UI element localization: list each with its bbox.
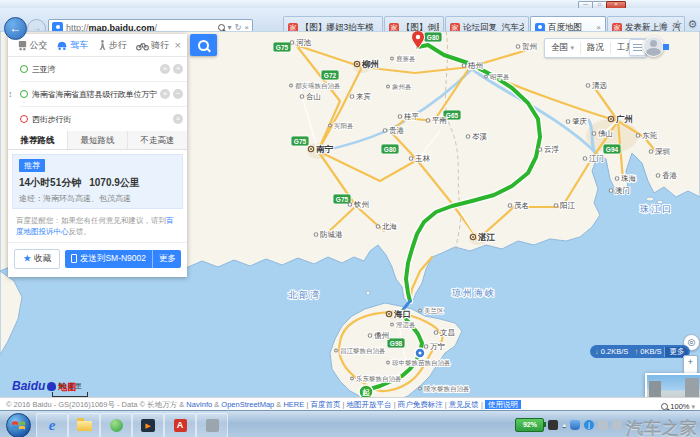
- network-speed-overlay[interactable]: ↓ 0.2KB/S ↑ 0KB/S 更多: [590, 345, 690, 358]
- svg-text:广州: 广州: [615, 114, 633, 124]
- highway-shield: G98: [387, 338, 405, 348]
- clear-stop-icon[interactable]: ×: [160, 64, 170, 74]
- svg-text:贺州: 贺州: [522, 42, 537, 51]
- svg-text:美兰区: 美兰区: [424, 307, 444, 314]
- stop-row-destination[interactable]: 西街步行街 ×: [20, 107, 187, 131]
- svg-text:东莞: 东莞: [642, 131, 658, 140]
- taskbar-player-button[interactable]: ▶: [132, 413, 164, 437]
- settings-gear-icon[interactable]: ⚙: [688, 18, 698, 31]
- svg-text:G75: G75: [336, 196, 349, 203]
- highway-shield: G75: [273, 42, 291, 52]
- send-to-phone-button[interactable]: 发送到SM-N9002: [65, 250, 152, 268]
- svg-text:陵水黎族自治县: 陵水黎族自治县: [424, 385, 470, 393]
- feedback-link[interactable]: 意见反馈: [449, 400, 479, 409]
- svg-text:香港: 香港: [662, 171, 678, 180]
- add-stop-icon[interactable]: +: [173, 64, 183, 74]
- svg-text:阳江: 阳江: [560, 201, 576, 210]
- highway-shield: G80: [381, 144, 399, 154]
- security-shield-icon[interactable]: [570, 420, 580, 430]
- svg-text:桂平: 桂平: [403, 112, 420, 121]
- battery-indicator[interactable]: 92%: [515, 418, 544, 432]
- mode-cycling[interactable]: 骑行: [132, 39, 172, 52]
- via-dot-icon: [20, 90, 28, 98]
- phone-icon: [71, 254, 77, 263]
- route-panel: 公交 驾车 步行 骑行 × ↕: [8, 34, 187, 277]
- free-marking-link[interactable]: 商户免费标注: [398, 400, 443, 409]
- map-place-label: 陵水黎族自治县: [419, 385, 470, 393]
- clear-stop-icon[interactable]: ×: [173, 114, 183, 124]
- stop-row-via[interactable]: 海南省海南省直辖县级行政单位万宁 × −: [20, 82, 187, 107]
- svg-text:柳州: 柳州: [361, 59, 379, 69]
- taskbar-app-green-button[interactable]: [100, 413, 132, 437]
- map-place-label: 乐东黎族自治县: [351, 375, 402, 383]
- page-footer: © 2016 Baidu - GS(2016)1069号 - Data © 长地…: [0, 397, 700, 411]
- tab-recommended-route[interactable]: 推荐路线: [8, 131, 67, 149]
- mode-walking[interactable]: 步行: [92, 39, 132, 52]
- region-selector[interactable]: 全国 ▾: [545, 42, 580, 54]
- route-result-card[interactable]: 推荐 14小时51分钟1070.9公里 途经：海南环岛高速、包茂高速: [12, 154, 183, 209]
- here-link[interactable]: HERE: [283, 400, 304, 409]
- mode-transit[interactable]: 公交: [12, 39, 52, 52]
- show-hidden-icons-arrow[interactable]: ▴: [562, 421, 566, 429]
- search-icon: [198, 40, 209, 51]
- svg-text:宾阳县: 宾阳县: [334, 122, 354, 130]
- taskbar-app-gray-button[interactable]: [196, 413, 228, 437]
- svg-text:玉林: 玉林: [415, 154, 431, 163]
- svg-text:文昌: 文昌: [440, 328, 455, 337]
- tab-no-highway[interactable]: 不走高速: [127, 131, 187, 149]
- taskbar-explorer-button[interactable]: [68, 413, 100, 437]
- walk-icon: [98, 40, 107, 51]
- stop-row-start[interactable]: 三亚湾 × +: [20, 57, 187, 82]
- navinfo-link[interactable]: NavInfo: [186, 400, 212, 409]
- svg-text:G80: G80: [384, 146, 397, 153]
- windows-flag-icon: [11, 418, 26, 433]
- svg-text:珠海: 珠海: [621, 174, 637, 183]
- osm-link[interactable]: OpenStreetMap: [221, 400, 274, 409]
- panel-close-icon[interactable]: ×: [173, 39, 183, 51]
- windows-taskbar: e ▶ A 92% ▴ j 汽车之家: [0, 410, 700, 437]
- tab-shortest-route[interactable]: 最短路线: [67, 131, 127, 149]
- svg-text:北海: 北海: [382, 222, 398, 231]
- tray-gray-icon[interactable]: [612, 420, 622, 430]
- svg-text:G72: G72: [324, 72, 337, 79]
- svg-text:G80: G80: [427, 34, 440, 41]
- destination-dot-icon: [20, 115, 28, 123]
- via-point-marker[interactable]: [415, 348, 425, 358]
- traffic-toggle[interactable]: 路况: [580, 42, 610, 54]
- baidu-home-link[interactable]: 百度首页: [310, 400, 340, 409]
- svg-text:南宁: 南宁: [316, 144, 334, 154]
- system-tray: 92% ▴ j: [515, 411, 700, 437]
- red-app-icon: A: [174, 419, 187, 432]
- back-button[interactable]: ←: [4, 17, 27, 40]
- swap-stops-icon[interactable]: ↕: [8, 89, 13, 99]
- user-avatar[interactable]: [643, 36, 664, 57]
- start-button[interactable]: [6, 413, 31, 437]
- tray-dark-icon[interactable]: [548, 420, 558, 430]
- favorites-icon[interactable]: ☆: [673, 18, 683, 31]
- favorite-button[interactable]: ★ 收藏: [14, 249, 60, 269]
- clear-stop-icon[interactable]: ×: [160, 89, 170, 99]
- search-button[interactable]: [190, 34, 217, 56]
- tray-blue-icon[interactable]: j: [584, 420, 594, 430]
- remove-stop-icon[interactable]: −: [173, 89, 183, 99]
- taskbar-app-red-button[interactable]: A: [164, 413, 196, 437]
- svg-text:河池: 河池: [296, 38, 312, 47]
- taskbar-ie-button[interactable]: e: [36, 413, 68, 437]
- home-icon[interactable]: ⌂: [661, 18, 668, 31]
- svg-text:湛江: 湛江: [477, 232, 496, 242]
- svg-text:澳门: 澳门: [615, 186, 630, 195]
- svg-text:万宁: 万宁: [430, 342, 446, 351]
- svg-text:昌江黎族自治县: 昌江黎族自治县: [340, 347, 386, 355]
- tray-gray-icon[interactable]: [598, 420, 608, 430]
- open-platform-link[interactable]: 地图开放平台: [347, 400, 392, 409]
- search-icon[interactable]: [218, 24, 225, 31]
- route-via: 途经：海南环岛高速、包茂高速: [19, 193, 176, 204]
- zoom-in-button[interactable]: +: [688, 357, 693, 367]
- svg-text:茂名: 茂名: [514, 201, 529, 210]
- help-link[interactable]: 使用说明: [485, 400, 521, 409]
- map-place-label: 琼中黎族苗族自治县: [387, 359, 451, 367]
- svg-text:江门: 江门: [589, 154, 604, 163]
- more-button[interactable]: 更多: [152, 250, 181, 268]
- mode-driving[interactable]: 驾车: [52, 39, 92, 52]
- svg-text:合山: 合山: [306, 92, 321, 101]
